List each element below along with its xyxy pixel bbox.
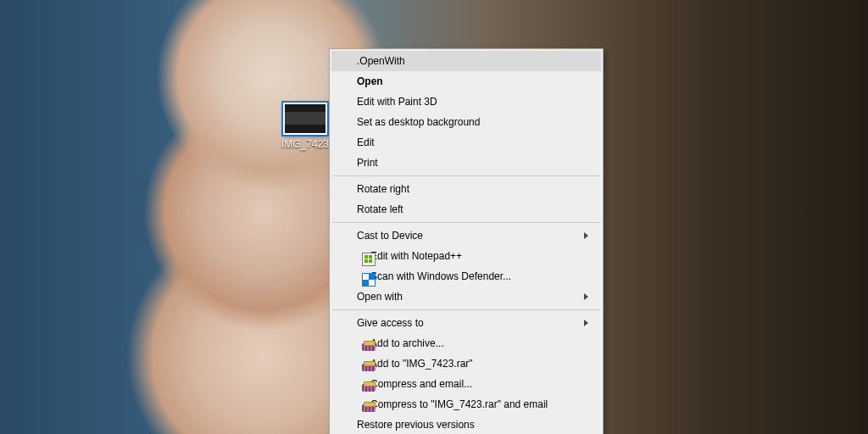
winrar-icon [362,340,376,353]
menu-item-label: Restore previous versions [357,419,475,431]
menu-item[interactable]: Cast to Device [331,225,601,246]
menu-item-label: Cast to Device [357,230,423,242]
menu-item-label: Rotate right [357,183,409,195]
menu-item-label: Rotate left [357,203,403,215]
menu-item-label: Edit with Paint 3D [357,96,437,108]
menu-item[interactable]: .OpenWith [331,51,601,71]
windows-defender-icon [362,273,376,287]
winrar-icon [362,381,376,394]
menu-item-label: Edit with Notepad++ [370,250,462,262]
chevron-right-icon [584,231,593,240]
winrar-icon [362,360,376,374]
menu-item-label: Open [357,75,383,87]
menu-item[interactable]: Print [331,153,601,173]
menu-item[interactable]: Restore previous versions [331,415,601,434]
menu-item[interactable]: Edit with Paint 3D [331,92,601,112]
chevron-right-icon [584,319,593,327]
menu-item-label: Give access to [357,317,424,329]
context-menu: .OpenWithOpenEdit with Paint 3DSet as de… [329,48,604,434]
menu-item[interactable]: Open [331,71,601,92]
menu-item[interactable]: Rotate right [331,179,601,199]
menu-item[interactable]: Give access to [331,313,601,333]
image-file-thumbnail [283,103,327,135]
menu-item-label: Open with [357,291,403,303]
menu-item[interactable]: Rotate left [331,199,601,220]
menu-separator [332,175,600,176]
menu-item-label: Print [357,157,378,169]
menu-item[interactable]: Add to "IMG_7423.rar" [331,353,601,374]
menu-item[interactable]: Set as desktop background [331,112,601,132]
menu-item-label: Edit [357,136,375,148]
menu-item-label: Set as desktop background [357,116,480,128]
menu-item[interactable]: Compress to "IMG_7423.rar" and email [331,394,601,415]
menu-separator [332,222,600,223]
menu-item[interactable]: Scan with Windows Defender... [331,266,601,287]
menu-item[interactable]: Edit [331,132,601,153]
menu-item[interactable]: Edit with Notepad++ [331,246,601,266]
menu-item[interactable]: Compress and email... [331,374,601,394]
menu-item-label: Scan with Windows Defender... [370,270,511,282]
winrar-icon [362,401,376,415]
menu-item[interactable]: Open with [331,287,601,307]
menu-item-label: Add to archive... [370,337,444,349]
menu-separator [332,309,600,310]
menu-item-label: .OpenWith [357,55,405,67]
chevron-right-icon [584,292,593,301]
menu-item[interactable]: Add to archive... [331,333,601,353]
desktop[interactable]: IMG_7423 .OpenWithOpenEdit with Paint 3D… [0,0,868,434]
menu-item-label: Add to "IMG_7423.rar" [370,358,473,370]
notepadpp-icon [362,253,376,266]
menu-item-label: Compress to "IMG_7423.rar" and email [370,398,548,410]
menu-item-label: Compress and email... [370,378,472,390]
